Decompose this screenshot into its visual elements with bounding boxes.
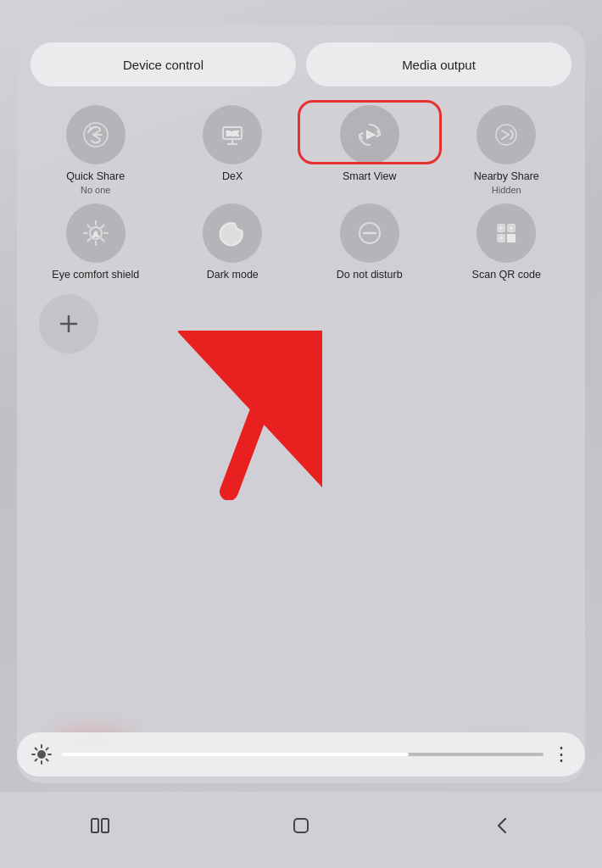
brightness-bar[interactable]: ⋮ [17, 732, 585, 776]
svg-line-41 [47, 748, 48, 750]
nearby-share-icon [492, 120, 521, 149]
more-options-icon[interactable]: ⋮ [552, 743, 571, 765]
quick-share-tile[interactable]: Quick Share No one [31, 105, 161, 195]
quick-settings-panel: Device control Media output Quic [17, 25, 585, 783]
svg-rect-44 [102, 819, 109, 832]
nearby-share-label: Nearby Share [474, 170, 539, 183]
dark-mode-icon [218, 219, 247, 248]
svg-rect-24 [500, 237, 503, 240]
smart-view-icon-wrap [340, 105, 399, 164]
eye-comfort-icon-wrap: A [66, 203, 125, 263]
recent-apps-button[interactable] [71, 805, 129, 846]
scan-qr-icon-wrap [477, 203, 536, 263]
plus-icon [57, 312, 81, 336]
dot-1 [293, 404, 298, 410]
scan-qr-label: Scan QR code [472, 268, 541, 281]
svg-marker-5 [367, 131, 374, 138]
svg-line-13 [87, 225, 90, 228]
svg-line-39 [36, 748, 37, 750]
device-control-label: Device control [123, 58, 203, 72]
dex-label: DeX [222, 170, 242, 183]
svg-rect-20 [500, 227, 503, 230]
nearby-share-sub: Hidden [492, 185, 521, 195]
svg-rect-45 [294, 819, 308, 832]
svg-rect-26 [512, 235, 515, 237]
svg-rect-27 [508, 239, 510, 242]
brightness-fill[interactable] [61, 753, 543, 756]
quick-share-icon-wrap [66, 105, 125, 164]
device-control-button[interactable]: Device control [31, 42, 296, 86]
nearby-share-icon-wrap [477, 105, 536, 164]
add-tile-button[interactable] [39, 294, 98, 353]
svg-line-16 [87, 239, 90, 242]
dark-mode-label: Dark mode [207, 268, 259, 281]
svg-line-14 [101, 239, 103, 242]
add-button-row [31, 294, 571, 353]
nearby-share-tile[interactable]: Nearby Share Hidden [442, 105, 572, 195]
eye-comfort-icon: A [81, 219, 110, 248]
svg-line-42 [36, 760, 37, 761]
smart-view-tile[interactable]: Smart View [304, 105, 435, 195]
navigation-bar [0, 792, 602, 868]
dark-mode-tile[interactable]: Dark mode [168, 203, 298, 281]
recent-apps-icon [88, 814, 112, 837]
smart-view-label: Smart View [343, 170, 397, 183]
smart-view-icon [355, 120, 384, 149]
do-not-disturb-icon-wrap [340, 203, 399, 263]
back-button[interactable] [473, 805, 531, 846]
svg-line-15 [101, 225, 103, 228]
dex-icon-wrap: DeX [203, 105, 262, 164]
sun-icon [31, 743, 53, 765]
quick-share-sub: No one [81, 185, 110, 195]
media-output-label: Media output [402, 58, 476, 72]
svg-line-40 [47, 760, 48, 761]
eye-comfort-tile[interactable]: A Eye comfort shield [31, 203, 161, 281]
quick-share-icon [81, 120, 110, 149]
back-icon [490, 814, 514, 837]
dex-tile[interactable]: DeX DeX [168, 105, 298, 195]
tile-grid: Quick Share No one DeX DeX [31, 105, 571, 282]
svg-text:DeX: DeX [226, 131, 238, 136]
svg-rect-25 [508, 235, 510, 237]
dot-2 [304, 404, 309, 410]
svg-rect-28 [512, 239, 515, 242]
eye-comfort-label: Eye comfort shield [52, 268, 139, 281]
media-output-button[interactable]: Media output [306, 42, 571, 86]
top-action-buttons: Device control Media output [31, 42, 571, 86]
dex-icon: DeX [218, 120, 247, 149]
scan-qr-icon [492, 219, 521, 248]
svg-rect-43 [92, 819, 98, 832]
scan-qr-tile[interactable]: Scan QR code [442, 203, 572, 281]
quick-share-label: Quick Share [66, 170, 125, 183]
svg-text:A: A [93, 231, 98, 238]
dark-mode-icon-wrap [203, 203, 262, 263]
do-not-disturb-icon [355, 219, 384, 248]
pagination-dots [31, 404, 571, 410]
svg-rect-22 [510, 227, 513, 230]
do-not-disturb-label: Do not disturb [337, 268, 403, 281]
home-button[interactable] [272, 805, 330, 846]
home-icon [289, 814, 313, 837]
svg-point-34 [37, 750, 46, 759]
do-not-disturb-tile[interactable]: Do not disturb [304, 203, 435, 281]
